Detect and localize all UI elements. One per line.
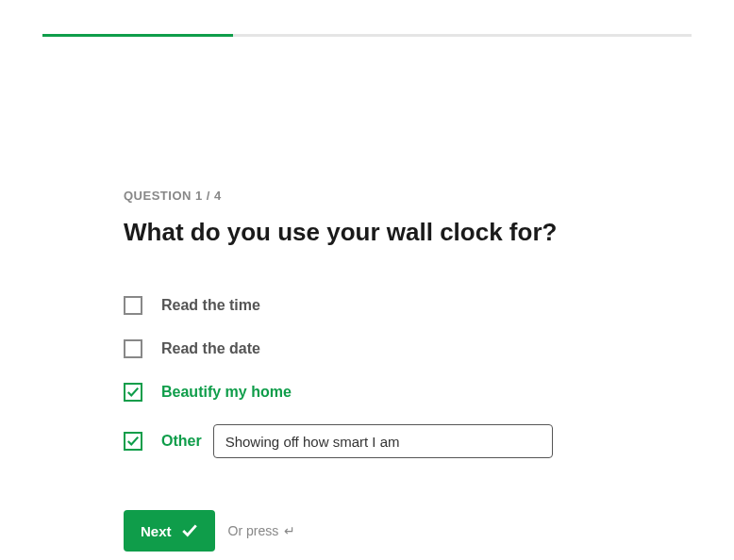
option-row-other[interactable]: Other xyxy=(124,424,614,458)
check-icon xyxy=(126,386,140,399)
option-label-beautify: Beautify my home xyxy=(161,384,292,401)
next-button[interactable]: Next xyxy=(124,510,215,552)
option-row-beautify[interactable]: Beautify my home xyxy=(124,381,614,404)
option-label-other: Other xyxy=(161,433,202,450)
next-button-label: Next xyxy=(141,523,172,539)
question-meta: QUESTION 1 / 4 xyxy=(124,189,614,203)
or-press-hint: Or press ↵ xyxy=(228,523,296,538)
question-title: What do you use your wall clock for? xyxy=(124,218,614,247)
option-label-read-date: Read the date xyxy=(161,340,260,357)
check-icon xyxy=(181,522,198,539)
progress-bar xyxy=(42,34,233,37)
option-row-read-time[interactable]: Read the time xyxy=(124,294,614,317)
checkbox-read-date[interactable] xyxy=(124,339,142,358)
progress-track xyxy=(42,34,692,37)
checkbox-beautify[interactable] xyxy=(124,383,142,402)
check-icon xyxy=(126,435,140,448)
checkbox-other[interactable] xyxy=(124,432,142,451)
or-press-label: Or press xyxy=(228,523,279,538)
option-label-read-time: Read the time xyxy=(161,297,260,314)
checkbox-read-time[interactable] xyxy=(124,296,142,315)
enter-icon: ↵ xyxy=(284,523,295,538)
other-input[interactable] xyxy=(213,424,553,458)
option-row-read-date[interactable]: Read the date xyxy=(124,338,614,360)
